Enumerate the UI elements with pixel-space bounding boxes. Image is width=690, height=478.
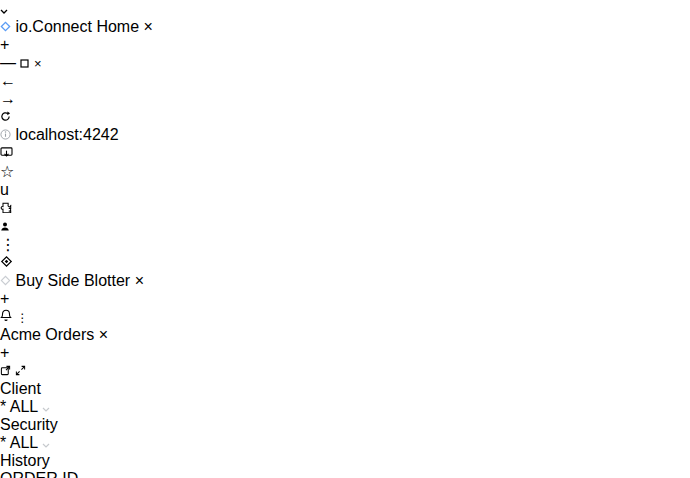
window-controls: — × <box>0 54 690 72</box>
orders-panel-tabrow: Acme Orders × + <box>0 326 690 380</box>
app-new-tab-button[interactable]: + <box>0 290 690 308</box>
reload-icon <box>0 111 11 122</box>
back-button[interactable]: ← <box>0 72 690 90</box>
profile-avatar[interactable] <box>0 217 690 235</box>
ioconnect-favicon <box>0 21 11 32</box>
history-button[interactable]: History <box>0 452 690 470</box>
maximize-button[interactable] <box>20 59 29 68</box>
orders-panel: Client * ALL Security * ALL History ORDE… <box>0 380 690 478</box>
browser-menu-button[interactable]: ⋮ <box>0 235 690 254</box>
browser-tab[interactable]: io.Connect Home × <box>0 18 690 36</box>
security-filter-value: * ALL <box>0 434 38 451</box>
orders-tab-label: Acme Orders <box>0 326 94 343</box>
browser-tab-title: io.Connect Home <box>15 18 139 35</box>
col-order-id[interactable]: ORDER ID <box>0 470 690 478</box>
app-tab-close-icon[interactable]: × <box>135 272 144 289</box>
ublock-extension-icon[interactable]: u <box>0 181 690 199</box>
orders-add-tab-button[interactable]: + <box>0 344 9 361</box>
orders-panel-tab[interactable]: Acme Orders × <box>0 326 690 344</box>
extensions-menu-button[interactable] <box>0 199 690 217</box>
appbar-actions: ⋮ <box>0 308 690 326</box>
browser-tabstrip: io.Connect Home × + — × <box>0 0 690 72</box>
bookmark-star-button[interactable]: ☆ <box>0 162 690 181</box>
ioconnect-logo-icon[interactable] <box>0 254 13 271</box>
maximize-panel-icon[interactable] <box>15 365 26 376</box>
puzzle-icon <box>0 201 12 213</box>
tab-close-icon[interactable]: × <box>144 18 153 35</box>
chevron-down-icon <box>0 9 8 14</box>
forward-button[interactable]: → <box>0 90 690 108</box>
install-icon <box>0 147 13 158</box>
client-filter-select[interactable]: * ALL <box>0 398 690 416</box>
popout-icon[interactable] <box>0 365 11 376</box>
browser-toolbar: ← → localhost:4242 ☆ u ⋮ <box>0 72 690 254</box>
chevron-down-icon <box>42 443 50 448</box>
security-filter-select[interactable]: * ALL <box>0 434 690 452</box>
app-tab-buy-side-blotter[interactable]: Buy Side Blotter × <box>0 272 690 290</box>
app-tabbar: Buy Side Blotter × + ⋮ <box>0 254 690 326</box>
close-window-button[interactable]: × <box>34 56 42 71</box>
new-tab-button[interactable]: + <box>0 36 690 54</box>
notifications-bell-icon[interactable] <box>0 309 12 322</box>
address-bar[interactable]: localhost:4242 <box>0 126 690 144</box>
orders-tab-close-icon[interactable]: × <box>99 326 108 343</box>
orders-table-header: ORDER ID CLIENT B/S SE VALIDITY CURREN..… <box>0 470 690 478</box>
install-app-button[interactable] <box>0 144 690 162</box>
browser-window: io.Connect Home × + — × ← → localhost:42… <box>0 0 690 478</box>
app-tab-title: Buy Side Blotter <box>15 272 130 289</box>
app-diamond-icon <box>0 275 11 286</box>
chevron-down-icon <box>42 407 50 412</box>
person-icon <box>0 221 10 231</box>
reload-button[interactable] <box>0 108 690 126</box>
app-menu-kebab-icon[interactable]: ⋮ <box>16 311 28 325</box>
minimize-button[interactable]: — <box>0 54 16 71</box>
url-text: localhost:4242 <box>15 126 118 143</box>
site-info-icon[interactable] <box>0 129 11 140</box>
client-filter-label: Client <box>0 380 41 397</box>
tab-search-button[interactable] <box>0 0 690 18</box>
security-filter-label: Security <box>0 416 58 433</box>
client-filter-value: * ALL <box>0 398 38 415</box>
workspace: Acme Orders × + Client * ALL Security * … <box>0 326 690 478</box>
orders-filter-row: Client * ALL Security * ALL History <box>0 380 690 470</box>
